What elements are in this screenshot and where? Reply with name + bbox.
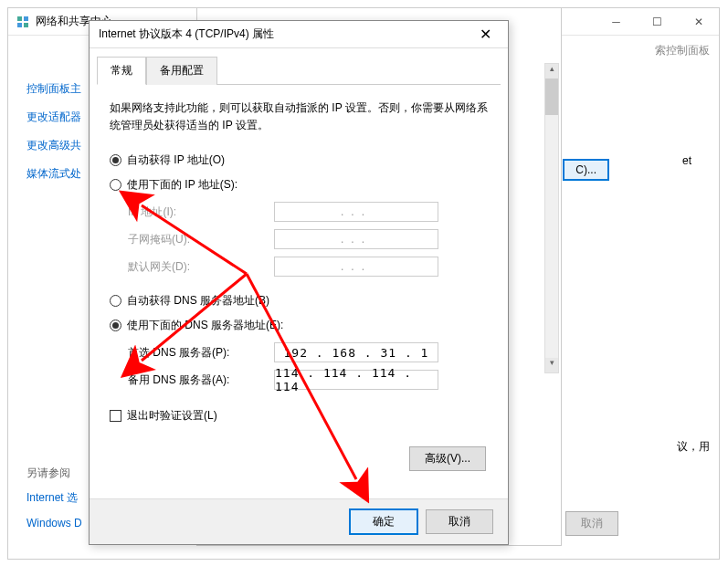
validate-checkbox[interactable] — [110, 410, 121, 422]
window-controls: ─ ☐ ✕ — [596, 8, 719, 36]
ip-address-row: IP 地址(I): ... — [128, 202, 488, 222]
search-box[interactable]: 索控制面板 — [655, 43, 710, 58]
alternate-dns-input[interactable]: 114 . 114 . 114 . 114 — [274, 370, 438, 390]
description-text: 如果网络支持此功能，则可以获取自动指派的 IP 设置。否则，你需要从网络系统管理… — [110, 100, 488, 134]
svg-rect-3 — [24, 23, 28, 27]
tabs: 常规 备用配置 — [97, 56, 501, 85]
radio-auto-dns-row[interactable]: 自动获得 DNS 服务器地址(B) — [110, 293, 488, 309]
preferred-dns-row: 首选 DNS 服务器(P): 192 . 168 . 31 . 1 — [128, 342, 488, 362]
close-button[interactable]: ✕ — [678, 8, 719, 36]
c-button[interactable]: C)... — [563, 159, 609, 181]
advanced-button[interactable]: 高级(V)... — [409, 446, 486, 471]
dialog-title: Internet 协议版本 4 (TCP/IPv4) 属性 — [99, 26, 471, 42]
subnet-mask-label: 子网掩码(U): — [128, 232, 274, 247]
gateway-label: 默认网关(D): — [128, 259, 274, 275]
close-icon[interactable]: ✕ — [471, 21, 499, 48]
dns-group: 自动获得 DNS 服务器地址(B) 使用下面的 DNS 服务器地址(E): 首选… — [110, 293, 488, 390]
radio-auto-ip[interactable] — [110, 154, 121, 166]
preferred-dns-input[interactable]: 192 . 168 . 31 . 1 — [274, 342, 438, 362]
alternate-dns-row: 备用 DNS 服务器(A): 114 . 114 . 114 . 114 — [128, 370, 488, 390]
maximize-button[interactable]: ☐ — [637, 8, 678, 36]
radio-manual-ip[interactable] — [110, 179, 121, 191]
see-also-section: 另请参阅 Internet 选 Windows D — [26, 466, 82, 540]
radio-auto-dns[interactable] — [110, 295, 121, 307]
internet-options-link[interactable]: Internet 选 — [26, 490, 82, 506]
ip-address-input: ... — [274, 202, 438, 222]
radio-manual-dns-label: 使用下面的 DNS 服务器地址(E): — [127, 318, 283, 333]
radio-auto-ip-row[interactable]: 自动获得 IP 地址(O) — [110, 152, 488, 168]
right-text-fragment: et — [682, 154, 691, 167]
subnet-mask-input: ... — [274, 229, 438, 249]
radio-auto-dns-label: 自动获得 DNS 服务器地址(B) — [127, 293, 269, 309]
ok-button[interactable]: 确定 — [349, 508, 418, 535]
windows-defender-link[interactable]: Windows D — [26, 517, 82, 529]
alternate-dns-label: 备用 DNS 服务器(A): — [128, 372, 274, 388]
see-also-label: 另请参阅 — [26, 466, 82, 481]
scrollbar[interactable]: ▴ ▾ — [544, 63, 559, 373]
radio-manual-dns-row[interactable]: 使用下面的 DNS 服务器地址(E): — [110, 318, 488, 333]
minimize-button[interactable]: ─ — [596, 8, 637, 36]
validate-checkbox-label: 退出时验证设置(L) — [127, 408, 217, 424]
tab-general[interactable]: 常规 — [97, 57, 146, 85]
radio-manual-ip-label: 使用下面的 IP 地址(S): — [127, 177, 237, 193]
ip-group: 自动获得 IP 地址(O) 使用下面的 IP 地址(S): IP 地址(I): … — [110, 152, 488, 277]
svg-rect-0 — [17, 16, 22, 21]
gateway-row: 默认网关(D): ... — [128, 257, 488, 277]
preferred-dns-label: 首选 DNS 服务器(P): — [128, 345, 274, 361]
radio-manual-ip-row[interactable]: 使用下面的 IP 地址(S): — [110, 177, 488, 193]
scroll-thumb[interactable] — [545, 79, 558, 115]
tab-alternate[interactable]: 备用配置 — [146, 57, 217, 85]
dialog-titlebar: Internet 协议版本 4 (TCP/IPv4) 属性 ✕ — [90, 21, 508, 48]
cancel-button[interactable]: 取消 — [426, 509, 493, 534]
scroll-down-icon[interactable]: ▾ — [545, 358, 558, 372]
network-icon — [16, 15, 30, 29]
svg-rect-1 — [24, 16, 28, 21]
subnet-mask-row: 子网掩码(U): ... — [128, 229, 488, 249]
svg-rect-2 — [17, 23, 22, 27]
dialog-body: 如果网络支持此功能，则可以获取自动指派的 IP 设置。否则，你需要从网络系统管理… — [90, 85, 508, 438]
ip-address-label: IP 地址(I): — [128, 204, 274, 220]
ipv4-properties-dialog: Internet 协议版本 4 (TCP/IPv4) 属性 ✕ 常规 备用配置 … — [89, 20, 509, 545]
advice-text: 议，用 — [677, 439, 710, 455]
validate-checkbox-row[interactable]: 退出时验证设置(L) — [110, 408, 488, 424]
bg-cancel-button[interactable]: 取消 — [565, 511, 618, 536]
dialog-footer: 确定 取消 — [90, 498, 508, 544]
gateway-input: ... — [274, 257, 438, 277]
scroll-up-icon[interactable]: ▴ — [545, 64, 558, 79]
radio-auto-ip-label: 自动获得 IP 地址(O) — [127, 152, 225, 168]
radio-manual-dns[interactable] — [110, 320, 121, 331]
